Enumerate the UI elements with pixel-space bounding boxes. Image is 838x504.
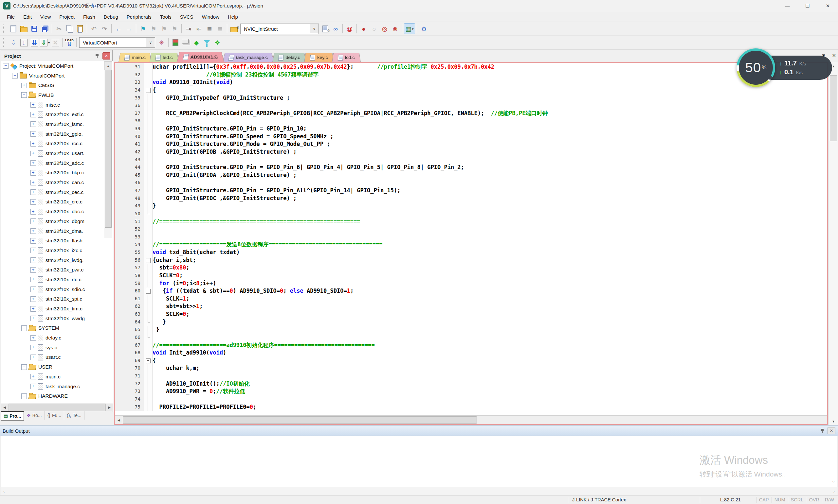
toolbar-drag-handle[interactable] (3, 24, 5, 33)
pin-icon[interactable] (820, 429, 824, 433)
rebuild-icon[interactable]: ⇊ (29, 37, 40, 48)
tree-item-stm32f10x-cec-c[interactable]: +stm32f10x_cec.c (1, 187, 113, 197)
expand-icon[interactable]: + (31, 141, 36, 146)
scroll-down-icon[interactable]: ⌄ (832, 478, 835, 483)
bookmark-prev-icon[interactable]: ⚑ (148, 23, 159, 34)
stop-build-icon[interactable]: ✕ (50, 37, 60, 48)
scroll-up-icon[interactable]: ▲ (104, 61, 112, 70)
tree-item-delay-c[interactable]: +delay.c (1, 333, 113, 343)
menu-debug[interactable]: Debug (100, 14, 122, 20)
code-area[interactable]: 31uchar profile11[]={0x3f,0xff,0x00,0x00… (115, 63, 827, 416)
download-icon[interactable]: LOAD⇊ (64, 37, 75, 48)
expand-icon[interactable]: + (31, 355, 36, 360)
functions-tab[interactable]: {}Fu... (45, 411, 64, 420)
translate-file-icon[interactable]: ⇩ (8, 37, 19, 48)
project-horizontal-scrollbar[interactable]: ◀ ▶ (1, 403, 113, 412)
tree-item-stm32f10x-can-c[interactable]: +stm32f10x_can.c (1, 178, 113, 187)
templates-tab[interactable]: (),Te... (64, 411, 85, 420)
minimize-button[interactable]: — (777, 0, 798, 12)
expand-icon[interactable]: + (31, 102, 36, 108)
editor-horizontal-scrollbar[interactable]: ◀ (115, 415, 827, 424)
expand-icon[interactable]: + (31, 306, 36, 312)
menu-flash[interactable]: Flash (79, 14, 100, 20)
expand-icon[interactable]: + (31, 180, 36, 185)
menu-tools[interactable]: Tools (156, 14, 176, 20)
undo-icon[interactable]: ↶ (89, 23, 99, 34)
scrollbar-thumb[interactable] (9, 403, 105, 411)
tree-item-stm32f10x-dbgm[interactable]: +stm32f10x_dbgm (1, 217, 113, 226)
scroll-right-icon[interactable]: › (834, 489, 835, 494)
pack-installer-icon[interactable]: ◆ (191, 37, 202, 48)
tree-item-virtualcomport[interactable]: −VirtualCOMPort (1, 71, 113, 81)
scrollbar-thumb[interactable] (105, 70, 111, 228)
tree-item-stm32f10x-rcc-c[interactable]: +stm32f10x_rcc.c (1, 139, 113, 149)
tab-led.c[interactable]: led.c (150, 53, 179, 62)
expand-icon[interactable]: + (31, 267, 36, 273)
tree-item-user[interactable]: −USER (1, 362, 113, 372)
target-select-combo[interactable]: VirtualCOMPort ∨ (79, 37, 155, 48)
expand-icon[interactable]: + (31, 238, 36, 244)
tree-item-stm32f10x-fsmc-[interactable]: +stm32f10x_fsmc. (1, 119, 113, 129)
menu-project[interactable]: Project (55, 14, 79, 20)
close-button[interactable]: ✕ (818, 0, 838, 12)
scroll-left-icon[interactable]: ◀ (115, 416, 123, 424)
build-icon[interactable]: ↓ (19, 37, 29, 48)
expand-icon[interactable]: + (31, 316, 36, 321)
outdent-icon[interactable]: ⇤ (194, 23, 204, 34)
tree-item-stm32f10x-flash-[interactable]: +stm32f10x_flash. (1, 236, 113, 246)
enable-breakpoint-icon[interactable]: ○ (369, 23, 379, 34)
find-in-target-icon[interactable] (320, 23, 330, 34)
menu-window[interactable]: Window (198, 14, 224, 20)
project-tree[interactable]: −Project: VirtualCOMPort−VirtualCOMPort+… (1, 61, 113, 403)
menu-svcs[interactable]: SVCS (176, 14, 198, 20)
disable-all-breakpoints-icon[interactable]: ◎ (379, 23, 390, 34)
find-text-icon[interactable]: @ (344, 23, 355, 34)
expand-icon[interactable]: + (31, 228, 36, 234)
tree-item-hardware[interactable]: −HARDWARE (1, 391, 113, 401)
open-file-icon[interactable] (19, 23, 29, 34)
tree-item-stm32f10x-i2c-c[interactable]: +stm32f10x_i2c.c (1, 246, 113, 255)
scroll-left-icon[interactable]: ‹ (3, 489, 4, 494)
tree-item-stm32f10x-crc-c[interactable]: +stm32f10x_crc.c (1, 197, 113, 207)
copy-icon[interactable] (64, 23, 75, 34)
navigate-forward-icon[interactable]: → (124, 23, 134, 34)
navigate-back-icon[interactable]: ← (113, 23, 124, 34)
expand-icon[interactable]: + (31, 374, 36, 379)
expand-icon[interactable]: + (31, 218, 36, 224)
expand-icon[interactable]: + (31, 151, 36, 156)
tab-lcd.c[interactable]: lcd.c (332, 53, 361, 62)
indent-icon[interactable]: ⇥ (183, 23, 194, 34)
expand-icon[interactable]: + (21, 83, 27, 88)
editor-vertical-scrollbar[interactable]: ▲ ▼ (828, 62, 838, 425)
collapse-icon[interactable]: − (21, 325, 27, 331)
tree-item-stm32f10x-gpio-[interactable]: +stm32f10x_gpio. (1, 129, 113, 139)
batch-build-icon[interactable]: ⇓▾ (40, 37, 50, 48)
tree-item-main-c[interactable]: +main.c (1, 372, 113, 382)
uncomment-icon[interactable]: ≣ (215, 23, 225, 34)
tree-item-stm32f10x-usart-[interactable]: +stm32f10x_usart. (1, 148, 113, 158)
tree-item-project-virtualcomport[interactable]: −Project: VirtualCOMPort (1, 61, 113, 71)
incremental-find-icon[interactable]: ∞ (330, 23, 341, 34)
memory-usage-ring[interactable]: 50 % (736, 49, 775, 87)
books-tab[interactable]: ❖Bo... (24, 411, 45, 420)
tree-item-misc-c[interactable]: +misc.c (1, 100, 113, 110)
books-diamonds-icon[interactable]: ❖ (212, 37, 223, 48)
tab-delay.c[interactable]: delay.c (272, 53, 306, 62)
tree-item-sys-c[interactable]: +sys.c (1, 343, 113, 353)
fold-collapse-icon[interactable]: − (146, 289, 151, 294)
maximize-button[interactable]: ☐ (798, 0, 818, 12)
paste-icon[interactable] (75, 23, 85, 34)
target-options-icon[interactable]: ✳ (156, 37, 167, 48)
expand-icon[interactable]: + (31, 121, 36, 127)
bookmark-next-icon[interactable]: ⚑ (159, 23, 169, 34)
tree-item-cmsis[interactable]: +CMSIS (1, 80, 113, 90)
build-output-horizontal-scrollbar[interactable]: ‹ › (1, 487, 837, 495)
save-all-icon[interactable] (40, 23, 50, 34)
tab-ad9910v1.c[interactable]: AD9910V1.C (177, 52, 224, 62)
redo-icon[interactable]: ↷ (99, 23, 110, 34)
pin-icon[interactable] (95, 54, 99, 58)
tree-item-task-manage-c[interactable]: +task_manage.c (1, 382, 113, 392)
save-icon[interactable] (29, 23, 40, 34)
scroll-right-icon[interactable]: ▶ (105, 403, 113, 411)
bookmark-clear-icon[interactable]: ⚑ (169, 23, 180, 34)
